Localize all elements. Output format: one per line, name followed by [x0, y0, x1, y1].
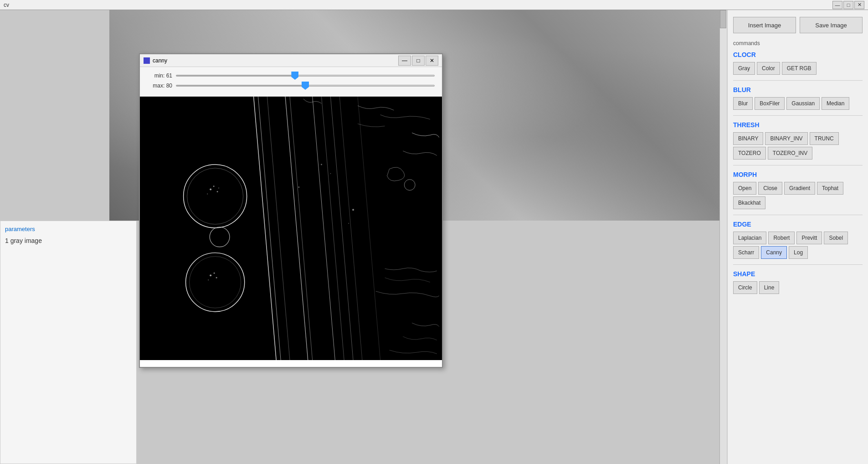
svg-point-14: [214, 273, 215, 274]
clocr-gray-button[interactable]: Gray: [733, 62, 755, 75]
clocr-get-rgb-button[interactable]: GET RGB: [782, 62, 817, 75]
thresh-tozero-inv-button[interactable]: TOZERO_INV: [768, 147, 812, 160]
left-area: parameters 1 gray image canny — □ ✕: [0, 10, 727, 464]
insert-image-button[interactable]: Insert Image: [733, 17, 796, 33]
edge-robert-button[interactable]: Robert: [768, 232, 795, 244]
svg-point-11: [210, 274, 211, 276]
edge-previtt-button[interactable]: Previtt: [796, 232, 822, 244]
slider-max-fill: [176, 85, 305, 86]
slider-max-thumb[interactable]: [302, 82, 309, 90]
scrollbar-thumb[interactable]: [720, 10, 726, 28]
thresh-trunc-button[interactable]: TRUNC: [810, 132, 839, 145]
edge-log-button[interactable]: Log: [789, 246, 808, 259]
divider-blur: [733, 115, 863, 116]
image-action-row: Insert Image Save Image: [733, 17, 863, 33]
edge-sobel-button[interactable]: Sobel: [824, 232, 848, 244]
parameters-title: parameters: [5, 226, 132, 232]
canny-close-button[interactable]: ✕: [426, 56, 438, 66]
canny-title-left: canny: [144, 57, 167, 64]
app-title: cv: [4, 2, 9, 8]
section-label-edge: EDGE: [733, 221, 863, 228]
thresh-binary-button[interactable]: BINARY: [733, 132, 763, 145]
minimize-button[interactable]: —: [832, 1, 842, 9]
thresh-tozero-button[interactable]: TOZERO: [733, 147, 766, 160]
left-scrollbar[interactable]: [719, 10, 727, 464]
clocr-btn-group: Gray Color GET RGB: [733, 62, 863, 75]
morph-bkackhat-button[interactable]: Bkackhat: [733, 196, 765, 209]
blur-blur-button[interactable]: Blur: [733, 97, 753, 110]
title-bar-left: cv: [4, 2, 9, 8]
morph-gradient-button[interactable]: Gradient: [784, 182, 815, 195]
divider-thresh: [733, 165, 863, 165]
svg-point-26: [330, 173, 331, 174]
svg-point-27: [298, 186, 299, 188]
divider-edge: [733, 264, 863, 265]
thresh-binary-inv-button[interactable]: BINARY_INV: [765, 132, 807, 145]
slider-min-thumb[interactable]: [291, 72, 298, 80]
slider-max-track[interactable]: [176, 85, 435, 87]
slider-min-fill: [176, 75, 295, 76]
canny-titlebar: canny — □ ✕: [140, 54, 442, 67]
edge-scharr-button[interactable]: Scharr: [733, 246, 759, 259]
canny-window: canny — □ ✕ min: 61 max: 8: [139, 53, 443, 368]
slider-min-label: min: 61: [147, 72, 172, 79]
divider-clocr: [733, 80, 863, 81]
shape-btn-group: Circle Line: [733, 281, 863, 294]
canny-image-display: [140, 97, 442, 360]
title-bar-controls: — □ ✕: [832, 1, 864, 9]
svg-point-12: [216, 277, 217, 278]
canny-maximize-button[interactable]: □: [412, 56, 425, 66]
svg-point-25: [321, 164, 322, 165]
maximize-button[interactable]: □: [843, 1, 853, 9]
section-label-shape: SHAPE: [733, 270, 863, 278]
shape-line-button[interactable]: Line: [759, 281, 780, 294]
svg-point-3: [210, 189, 211, 191]
svg-point-6: [213, 186, 215, 187]
section-label-morph: MORPH: [733, 171, 863, 178]
section-label-clocr: CLOCR: [733, 51, 863, 58]
clocr-color-button[interactable]: Color: [757, 62, 780, 75]
section-label-thresh: THRESH: [733, 121, 863, 129]
svg-point-4: [217, 191, 218, 192]
title-bar: cv — □ ✕: [0, 0, 868, 10]
blur-boxfiler-button[interactable]: BoxFiler: [755, 97, 785, 110]
thresh-btn-group: BINARY BINARY_INV TRUNC TOZERO TOZERO_IN…: [733, 132, 863, 160]
commands-label: commands: [733, 40, 863, 46]
slider-min-row: min: 61: [147, 72, 435, 79]
slider-max-row: max: 80: [147, 82, 435, 89]
slider-area: min: 61 max: 80: [140, 67, 442, 97]
slider-min-track[interactable]: [176, 75, 435, 77]
save-image-button[interactable]: Save Image: [800, 17, 863, 33]
blur-btn-group: Blur BoxFiler Gaussian Median: [733, 97, 863, 110]
right-panel: Insert Image Save Image commands CLOCR G…: [727, 10, 868, 464]
shape-circle-button[interactable]: Circle: [733, 281, 757, 294]
canny-window-controls: — □ ✕: [398, 56, 438, 66]
canny-window-icon: [144, 57, 150, 64]
svg-point-7: [218, 188, 219, 189]
morph-tophat-button[interactable]: Tophat: [817, 182, 843, 195]
morph-open-button[interactable]: Open: [733, 182, 756, 195]
morph-close-button[interactable]: Close: [758, 182, 782, 195]
blur-median-button[interactable]: Median: [822, 97, 849, 110]
close-button[interactable]: ✕: [854, 1, 864, 9]
section-label-blur: BLUR: [733, 86, 863, 93]
slider-max-label: max: 80: [147, 82, 172, 89]
svg-rect-0: [140, 97, 441, 360]
svg-point-29: [348, 223, 349, 224]
divider-morph: [733, 215, 863, 215]
svg-point-13: [208, 279, 209, 280]
edge-laplacian-button[interactable]: Laplacian: [733, 232, 766, 244]
svg-point-28: [352, 209, 354, 211]
edge-canny-button[interactable]: Canny: [761, 246, 787, 259]
morph-btn-group: Open Close Gradient Tophat Bkackhat: [733, 182, 863, 209]
main-area: parameters 1 gray image canny — □ ✕: [0, 10, 868, 464]
blur-gaussian-button[interactable]: Gaussian: [786, 97, 820, 110]
canny-svg-canvas: [140, 97, 442, 360]
edge-btn-group: Laplacian Robert Previtt Sobel Scharr Ca…: [733, 232, 863, 259]
parameters-content: 1 gray image: [5, 237, 132, 244]
canny-window-title: canny: [153, 57, 167, 64]
canny-minimize-button[interactable]: —: [398, 56, 411, 66]
parameters-panel: parameters 1 gray image: [0, 221, 137, 464]
svg-point-5: [207, 194, 208, 195]
